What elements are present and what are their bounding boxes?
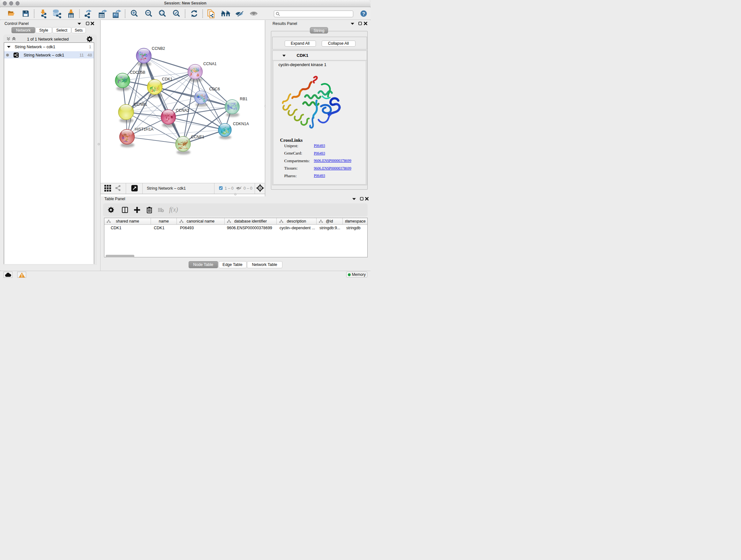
- svg-text:CDKN1A: CDKN1A: [233, 122, 249, 126]
- svg-text:CDC6: CDC6: [209, 87, 220, 91]
- svg-text:CCNA1: CCNA1: [203, 62, 217, 66]
- svg-text:CCNE1: CCNE1: [191, 135, 205, 139]
- svg-text:?: ?: [362, 11, 365, 16]
- svg-text:CDC25B: CDC25B: [130, 70, 145, 75]
- svg-text:CDK1: CDK1: [162, 77, 173, 81]
- svg-text:CCNA2: CCNA2: [176, 108, 189, 113]
- svg-text:CCNB2: CCNB2: [152, 46, 165, 51]
- svg-text:HIST1H1A: HIST1H1A: [135, 127, 154, 132]
- svg-text:RB1: RB1: [240, 97, 248, 101]
- svg-text:CCNB1: CCNB1: [134, 102, 147, 107]
